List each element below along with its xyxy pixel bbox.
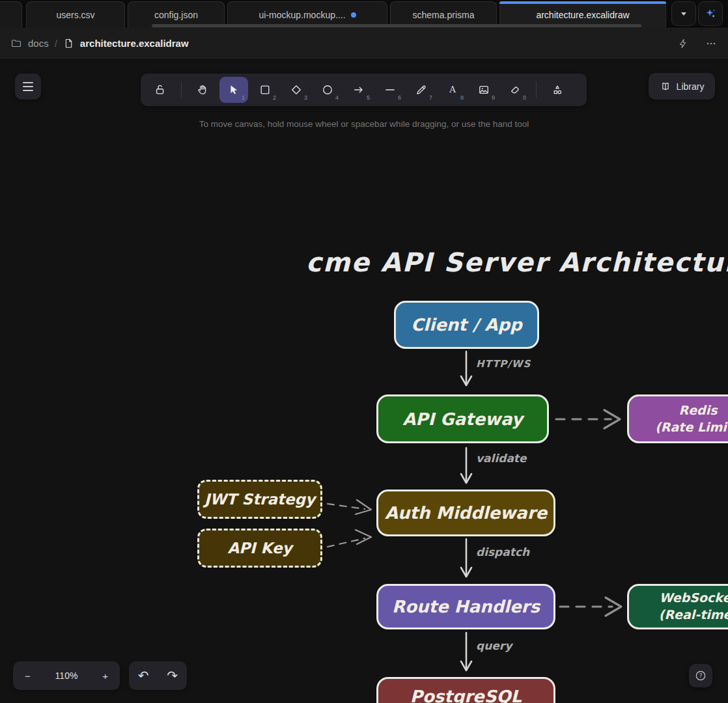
tool-ellipse[interactable]: 4	[313, 77, 342, 103]
tab-label: ui-mockup.mockup....	[259, 10, 345, 20]
editor-window: users.csv config.json ui-mockup.mockup..…	[0, 0, 728, 703]
more-menu-icon[interactable]	[705, 37, 718, 50]
main-menu-button[interactable]	[15, 74, 41, 100]
file-icon	[63, 38, 74, 49]
zoom-in-button[interactable]: +	[102, 670, 108, 682]
breadcrumb: docs / architecture.excalidraw	[0, 27, 728, 60]
image-icon	[477, 83, 490, 96]
node-route-handlers[interactable]: Route Handlers	[376, 584, 555, 629]
edge-label-http-ws[interactable]: HTTP/WS	[476, 358, 531, 370]
tool-rectangle[interactable]: 2	[251, 77, 279, 103]
breadcrumb-folder[interactable]: docs	[28, 38, 49, 49]
tool-eraser[interactable]: 0	[501, 77, 529, 103]
tab-users-csv[interactable]: users.csv	[26, 1, 125, 27]
diagram-arrows	[0, 60, 728, 703]
node-websocket[interactable]: WebSocket (Real-time)	[627, 584, 728, 629]
text-icon: A	[446, 83, 459, 96]
ai-assistant-button[interactable]	[698, 1, 723, 26]
node-jwt-strategy[interactable]: JWT Strategy	[197, 480, 322, 519]
cursor-icon	[227, 83, 240, 96]
node-client-app[interactable]: Client / App	[394, 301, 539, 349]
breadcrumb-separator: /	[55, 38, 57, 49]
tab-label: users.csv	[56, 10, 94, 20]
node-api-key[interactable]: API Key	[197, 529, 322, 568]
svg-text:?: ?	[699, 672, 703, 679]
zap-icon[interactable]	[677, 38, 689, 49]
tool-draw[interactable]: 7	[407, 77, 436, 103]
tool-image[interactable]: 9	[469, 77, 498, 103]
tab-architecture-excalidraw[interactable]: architecture.excalidraw	[499, 1, 666, 27]
active-tab-accent	[499, 1, 666, 4]
node-api-gateway[interactable]: API Gateway	[376, 394, 549, 443]
edge-label-validate[interactable]: validate	[476, 452, 527, 465]
undo-button[interactable]: ↶	[138, 668, 149, 683]
tool-selection[interactable]: 1	[219, 77, 248, 103]
tab-ui-mockup[interactable]: ui-mockup.mockup....	[227, 1, 387, 27]
svg-text:A: A	[449, 85, 456, 94]
ellipse-icon	[321, 83, 334, 96]
node-redis[interactable]: Redis (Rate Limite	[627, 394, 728, 443]
tool-lock[interactable]	[146, 77, 175, 103]
node-postgresql[interactable]: PostgreSQL	[376, 677, 555, 703]
diagram-title[interactable]: cme API Server Architectur	[306, 247, 728, 277]
sparkles-icon	[704, 7, 717, 20]
hand-icon	[196, 83, 209, 96]
excalidraw-toolbar: 1 2 3 4	[141, 74, 587, 106]
tool-text[interactable]: A 8	[438, 77, 467, 103]
book-icon	[660, 81, 671, 92]
rectangle-icon	[259, 83, 272, 96]
redo-button[interactable]: ↷	[167, 668, 178, 683]
tab-schema-prisma[interactable]: schema.prisma	[390, 1, 497, 27]
edge-label-query[interactable]: query	[476, 639, 512, 652]
unlock-icon	[154, 83, 167, 96]
help-button[interactable]: ?	[689, 664, 712, 687]
tool-more-shapes[interactable]	[543, 77, 572, 103]
zoom-level[interactable]: 110%	[55, 670, 78, 681]
eraser-icon	[509, 83, 522, 96]
tool-diamond[interactable]: 3	[282, 77, 311, 103]
zoom-controls: − 110% +	[13, 661, 120, 690]
line-icon	[384, 83, 397, 96]
diamond-icon	[290, 83, 303, 96]
unsaved-dot-icon	[351, 12, 356, 18]
breadcrumb-file[interactable]: architecture.excalidraw	[80, 38, 189, 49]
toolbar-divider	[536, 81, 537, 98]
excalidraw-canvas[interactable]: cme API Server Architectur Client / App …	[0, 60, 728, 703]
folder-icon	[10, 38, 22, 49]
history-controls: ↶ ↷	[129, 661, 187, 690]
tab-config-json[interactable]: config.json	[128, 1, 225, 27]
library-button[interactable]: Library	[649, 73, 715, 100]
tab-label: schema.prisma	[413, 10, 475, 20]
chevron-down-icon	[679, 8, 689, 19]
help-icon: ?	[694, 669, 707, 682]
arrow-icon	[352, 83, 365, 96]
tab-bar: users.csv config.json ui-mockup.mockup..…	[0, 0, 728, 27]
tool-arrow[interactable]: 5	[344, 77, 373, 103]
tool-hand[interactable]	[188, 77, 217, 103]
edge-label-dispatch[interactable]: dispatch	[476, 545, 529, 558]
hamburger-icon	[23, 82, 33, 83]
toolbar-divider	[181, 81, 182, 98]
shapes-icon	[551, 83, 564, 96]
canvas-hint: To move canvas, hold mouse wheel or spac…	[0, 119, 728, 129]
library-label: Library	[677, 81, 705, 92]
tab-dropdown-button[interactable]	[671, 1, 696, 26]
pencil-icon	[415, 83, 428, 96]
zoom-out-button[interactable]: −	[25, 670, 31, 682]
tab-label: architecture.excalidraw	[536, 10, 629, 20]
node-auth-middleware[interactable]: Auth Middleware	[376, 489, 555, 536]
tab-partial[interactable]	[0, 1, 22, 27]
tool-line[interactable]: 6	[376, 77, 404, 103]
tab-label: config.json	[154, 10, 198, 20]
